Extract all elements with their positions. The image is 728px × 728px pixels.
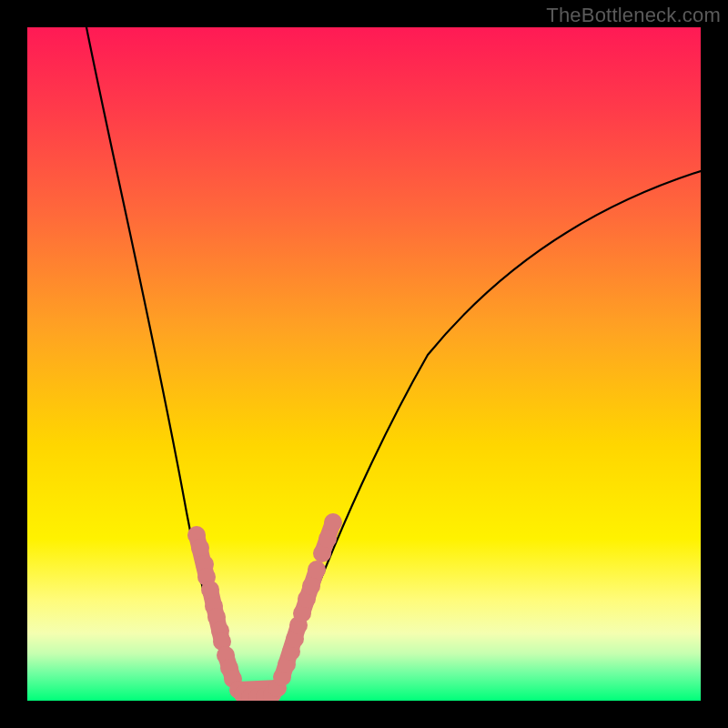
- watermark-text: TheBottleneck.com: [546, 4, 721, 27]
- svg-point-1: [191, 539, 209, 557]
- curve-right-branch: [276, 171, 701, 699]
- svg-point-29: [318, 530, 337, 548]
- bottleneck-curve-plot: [27, 27, 701, 701]
- svg-point-26: [302, 577, 320, 595]
- svg-point-4: [201, 581, 219, 599]
- svg-point-30: [324, 513, 342, 531]
- marker-dots: [187, 513, 342, 701]
- svg-point-27: [308, 561, 326, 579]
- chart-frame: [27, 27, 701, 701]
